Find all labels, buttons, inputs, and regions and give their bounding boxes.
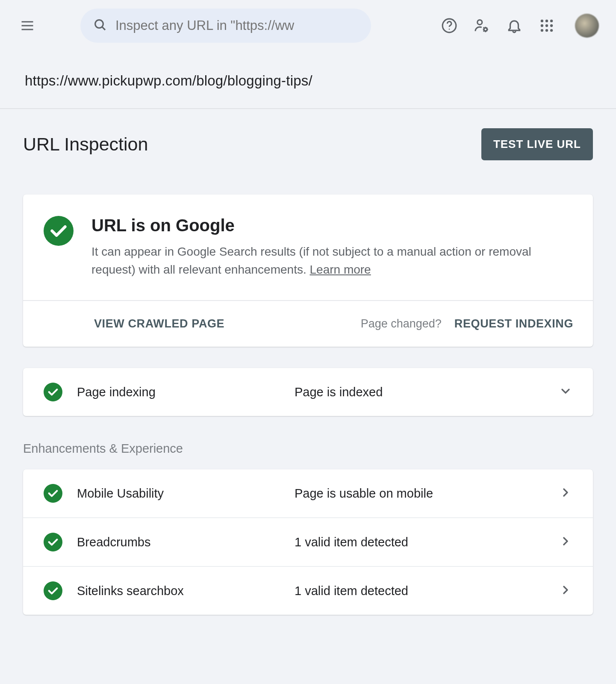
learn-more-link[interactable]: Learn more — [310, 263, 371, 276]
check-icon — [44, 383, 62, 401]
content-area: URL Inspection TEST LIVE URL URL is on G… — [0, 109, 616, 678]
enhancement-row-breadcrumbs[interactable]: Breadcrumbs 1 valid item detected — [23, 517, 593, 566]
row-label: Mobile Usability — [77, 486, 280, 501]
menu-button[interactable] — [17, 15, 38, 36]
coverage-description: It can appear in Google Search results (… — [91, 243, 572, 279]
svg-point-15 — [541, 29, 543, 32]
enhancement-row-mobile-usability[interactable]: Mobile Usability Page is usable on mobil… — [23, 469, 593, 517]
account-avatar[interactable] — [575, 14, 599, 38]
svg-point-12 — [541, 24, 543, 27]
row-label: Breadcrumbs — [77, 535, 280, 549]
row-label: Sitelinks searchbox — [77, 584, 280, 598]
hamburger-icon — [20, 18, 35, 33]
chevron-right-icon — [559, 534, 572, 550]
page-changed-label: Page changed? — [361, 317, 442, 330]
check-icon — [44, 581, 62, 600]
apps-button[interactable] — [535, 14, 559, 38]
enhancements-card: Mobile Usability Page is usable on mobil… — [23, 469, 593, 615]
enhancements-section-label: Enhancements & Experience — [23, 442, 593, 456]
row-status: Page is usable on mobile — [295, 486, 544, 501]
users-settings-button[interactable] — [470, 14, 494, 38]
help-button[interactable] — [437, 14, 461, 38]
chevron-down-icon — [559, 384, 572, 400]
svg-point-6 — [449, 29, 450, 30]
page-indexing-card: Page indexing Page is indexed — [23, 368, 593, 416]
page-header: URL Inspection TEST LIVE URL — [23, 128, 593, 160]
row-label: Page indexing — [77, 385, 280, 399]
view-crawled-page-button[interactable]: VIEW CRAWLED PAGE — [94, 317, 224, 330]
check-icon — [44, 484, 62, 503]
row-status: Page is indexed — [295, 385, 544, 399]
svg-point-8 — [484, 28, 487, 31]
row-status: 1 valid item detected — [295, 584, 544, 598]
coverage-summary: URL is on Google It can appear in Google… — [23, 195, 593, 300]
person-gear-icon — [474, 18, 490, 34]
apps-grid-icon — [539, 18, 555, 34]
svg-line-4 — [102, 27, 105, 30]
request-indexing-button[interactable]: REQUEST INDEXING — [454, 317, 573, 330]
app-bar — [0, 0, 616, 51]
chevron-right-icon — [559, 486, 572, 501]
svg-point-13 — [545, 24, 548, 27]
notifications-button[interactable] — [502, 14, 526, 38]
page-title: URL Inspection — [23, 134, 148, 155]
bell-icon — [506, 18, 522, 34]
status-check-icon — [44, 216, 74, 246]
svg-point-11 — [550, 20, 553, 22]
search-icon — [93, 18, 107, 33]
svg-point-10 — [545, 20, 548, 22]
svg-point-7 — [477, 20, 482, 25]
enhancement-row-sitelinks-searchbox[interactable]: Sitelinks searchbox 1 valid item detecte… — [23, 566, 593, 615]
svg-point-14 — [550, 24, 553, 27]
svg-point-9 — [541, 20, 543, 22]
svg-point-3 — [95, 20, 103, 28]
chevron-right-icon — [559, 583, 572, 598]
coverage-title: URL is on Google — [91, 216, 572, 235]
test-live-url-button[interactable]: TEST LIVE URL — [481, 128, 593, 160]
search-field[interactable] — [80, 9, 371, 43]
coverage-card: URL is on Google It can appear in Google… — [23, 195, 593, 347]
coverage-actions: VIEW CRAWLED PAGE Page changed? REQUEST … — [23, 300, 593, 347]
row-status: 1 valid item detected — [295, 535, 544, 549]
search-input[interactable] — [115, 18, 358, 33]
page-indexing-row[interactable]: Page indexing Page is indexed — [23, 368, 593, 416]
inspected-url: https://www.pickupwp.com/blog/blogging-t… — [0, 51, 616, 109]
help-icon — [441, 18, 457, 34]
check-icon — [44, 533, 62, 551]
svg-point-16 — [545, 29, 548, 32]
svg-point-17 — [550, 29, 553, 32]
